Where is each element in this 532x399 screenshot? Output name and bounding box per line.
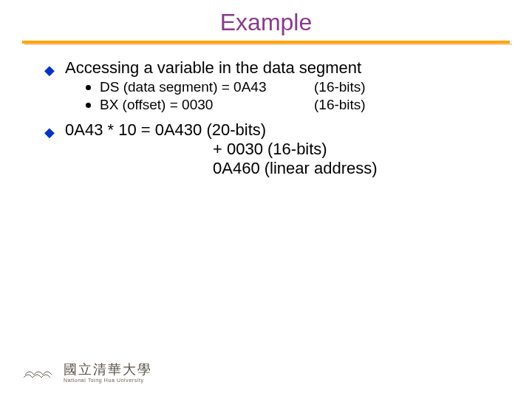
sub-bullet-1-bits: (16-bits) — [314, 79, 366, 95]
dot-bullet-icon — [86, 85, 91, 90]
footer-logo-block: 國立清華大學 National Tsing Hua University — [22, 363, 152, 383]
bullet-1-heading: Accessing a variable in the data segment — [65, 58, 502, 78]
sub-bullet-2-label: BX (offset) = 0030 — [100, 97, 314, 113]
sub-bullet-2: BX (offset) = 0030 (16-bits) — [86, 97, 502, 113]
footer-university-cn: 國立清華大學 — [64, 363, 152, 376]
bullet-item-2: ◆ 0A43 * 10 = 0A430 (20-bits) + 0030 (16… — [44, 120, 502, 178]
sub-bullet-1-label: DS (data segment) = 0A43 — [100, 79, 314, 95]
slide-title: Example — [0, 0, 532, 41]
diamond-bullet-icon: ◆ — [44, 124, 55, 140]
bullet-item-1: ◆ Accessing a variable in the data segme… — [44, 58, 502, 113]
title-underline — [0, 41, 532, 45]
dot-bullet-icon — [86, 103, 91, 108]
sub-bullet-2-bits: (16-bits) — [314, 97, 366, 113]
university-logo-icon — [22, 364, 56, 382]
diamond-bullet-icon: ◆ — [44, 62, 55, 78]
sub-bullet-1: DS (data segment) = 0A43 (16-bits) — [86, 79, 502, 95]
calc-line-3: 0A460 (linear address) — [213, 159, 502, 178]
calc-line-2: + 0030 (16-bits) — [213, 140, 502, 159]
slide-content: ◆ Accessing a variable in the data segme… — [0, 58, 532, 178]
calc-line-1: 0A43 * 10 = 0A430 (20-bits) — [65, 120, 502, 140]
footer-university-en: National Tsing Hua University — [64, 378, 152, 383]
